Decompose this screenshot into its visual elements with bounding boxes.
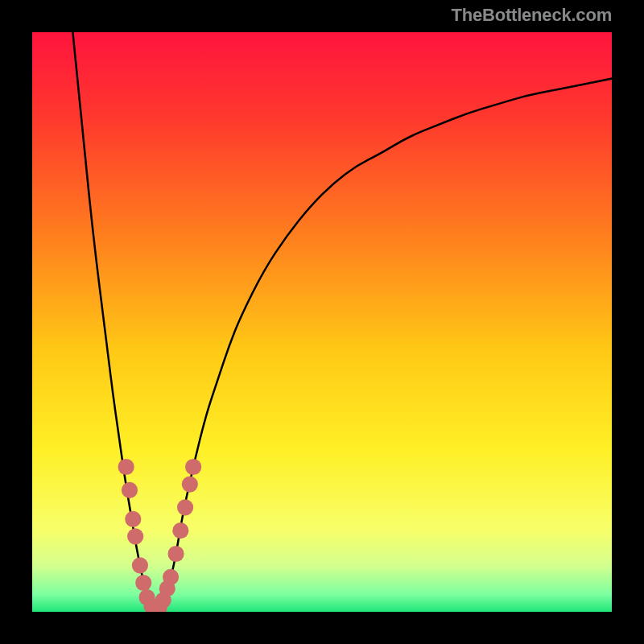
- plot-area: [32, 32, 612, 612]
- data-point: [118, 459, 134, 475]
- data-point: [182, 477, 198, 493]
- data-point: [125, 511, 141, 527]
- data-point: [132, 557, 148, 573]
- data-point: [135, 575, 151, 591]
- data-point: [177, 499, 193, 515]
- watermark-label: TheBottleneck.com: [451, 5, 612, 26]
- data-point: [185, 459, 201, 475]
- data-point: [167, 546, 184, 562]
- data-point: [122, 482, 138, 498]
- chart-frame: TheBottleneck.com: [0, 0, 644, 644]
- data-point: [163, 569, 179, 585]
- data-point: [172, 522, 188, 539]
- chart-svg: [32, 32, 612, 612]
- gradient-background: [32, 32, 612, 612]
- data-point: [127, 528, 143, 544]
